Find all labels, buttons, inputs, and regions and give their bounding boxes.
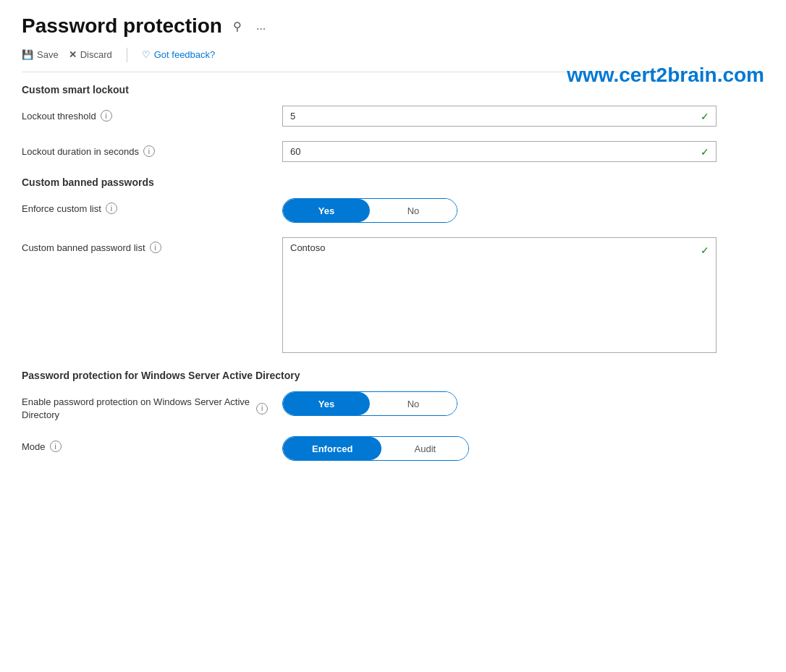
lockout-threshold-label: Lockout threshold i	[22, 106, 268, 122]
more-options-button[interactable]: ...	[253, 18, 269, 34]
custom-banned-passwords-heading: Custom banned passwords	[22, 176, 764, 188]
enforce-custom-list-toggle: Yes No	[282, 198, 457, 223]
feedback-label: Got feedback?	[154, 49, 216, 60]
lockout-threshold-control: ✓	[282, 106, 717, 127]
pin-icon: ⚲	[233, 20, 242, 33]
mode-row: Mode i Enforced Audit	[22, 436, 764, 461]
lockout-threshold-check-icon: ✓	[701, 111, 709, 122]
enable-protection-no-button[interactable]: No	[370, 392, 457, 415]
lockout-duration-row: Lockout duration in seconds i ✓	[22, 141, 764, 162]
mode-enforced-button[interactable]: Enforced	[283, 437, 381, 460]
enforce-custom-list-no-button[interactable]: No	[370, 199, 457, 222]
feedback-button[interactable]: ♡ Got feedback?	[135, 46, 223, 63]
enable-protection-control: Yes No	[282, 391, 717, 416]
custom-banned-password-list-row: Custom banned password list i Contoso ✓	[22, 237, 764, 355]
lockout-threshold-input[interactable]	[282, 106, 717, 127]
enable-protection-label: Enable password protection on Windows Se…	[22, 391, 268, 422]
windows-ad-protection-heading: Password protection for Windows Server A…	[22, 370, 764, 381]
enforce-custom-list-yes-button[interactable]: Yes	[283, 199, 370, 222]
lockout-threshold-info-icon: i	[101, 110, 112, 122]
enforce-custom-list-control: Yes No	[282, 198, 717, 223]
enforce-custom-list-info-icon: i	[106, 203, 117, 214]
mode-info-icon: i	[50, 441, 62, 452]
save-button[interactable]: 💾 Save	[22, 46, 66, 63]
enable-protection-toggle: Yes No	[282, 391, 457, 416]
custom-banned-password-list-info-icon: i	[150, 242, 161, 253]
discard-icon: ✕	[69, 49, 77, 60]
custom-banned-password-textarea-wrapper: Contoso ✓	[282, 237, 717, 355]
custom-banned-password-list-control: Contoso ✓	[282, 237, 717, 355]
lockout-duration-input[interactable]	[282, 141, 717, 162]
page-title: Password protection	[22, 14, 222, 38]
enforce-custom-list-label: Enforce custom list i	[22, 198, 268, 214]
enable-protection-yes-button[interactable]: Yes	[283, 392, 370, 415]
custom-banned-password-list-check-icon: ✓	[701, 244, 709, 256]
custom-smart-lockout-section: Custom smart lockout Lockout threshold i…	[22, 84, 764, 162]
lockout-duration-control: ✓	[282, 141, 717, 162]
toolbar: 💾 Save ✕ Discard ♡ Got feedback?	[22, 46, 764, 72]
custom-banned-passwords-section: Custom banned passwords Enforce custom l…	[22, 176, 764, 355]
discard-button[interactable]: ✕ Discard	[69, 46, 119, 63]
custom-smart-lockout-heading: Custom smart lockout	[22, 84, 764, 95]
mode-control: Enforced Audit	[282, 436, 717, 461]
pin-button[interactable]: ⚲	[229, 18, 245, 35]
windows-ad-protection-section: Password protection for Windows Server A…	[22, 370, 764, 461]
save-label: Save	[37, 49, 59, 60]
ellipsis-icon: ...	[256, 20, 266, 33]
enforce-custom-list-row: Enforce custom list i Yes No	[22, 198, 764, 223]
enable-protection-info-icon: i	[256, 403, 268, 414]
enable-protection-row: Enable password protection on Windows Se…	[22, 391, 764, 422]
toolbar-divider	[127, 48, 127, 62]
lockout-duration-label: Lockout duration in seconds i	[22, 141, 268, 157]
mode-label: Mode i	[22, 436, 268, 452]
lockout-duration-info-icon: i	[143, 145, 155, 157]
lockout-duration-check-icon: ✓	[701, 146, 709, 158]
save-icon: 💾	[22, 49, 33, 60]
discard-label: Discard	[80, 49, 112, 60]
lockout-threshold-row: Lockout threshold i ✓	[22, 106, 764, 127]
custom-banned-password-list-label: Custom banned password list i	[22, 237, 268, 253]
heart-icon: ♡	[142, 49, 151, 60]
mode-audit-button[interactable]: Audit	[381, 437, 468, 460]
mode-toggle: Enforced Audit	[282, 436, 469, 461]
lockout-duration-input-wrapper: ✓	[282, 141, 717, 162]
lockout-threshold-input-wrapper: ✓	[282, 106, 717, 127]
custom-banned-password-list-textarea[interactable]: Contoso	[282, 237, 717, 353]
